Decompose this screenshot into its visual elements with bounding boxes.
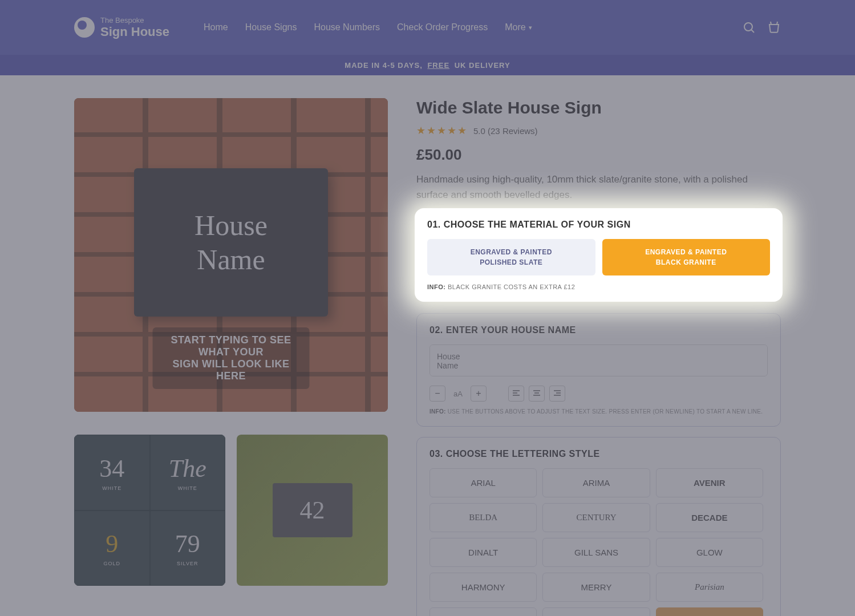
banner-post: UK DELIVERY xyxy=(455,61,510,70)
step-3-title: 03. CHOOSE THE LETTERING STYLE xyxy=(429,449,768,459)
nav-home[interactable]: Home xyxy=(204,22,228,33)
main-nav: Home House Signs House Numbers Check Ord… xyxy=(204,22,532,33)
text-size-increase-button[interactable]: + xyxy=(471,386,487,402)
thumbnail-engraving-samples[interactable]: 34WHITE TheWHITE 9GOLD 79SILVER xyxy=(74,435,225,586)
align-left-icon[interactable] xyxy=(508,386,524,402)
font-option-avenir[interactable]: AVENIR xyxy=(656,468,763,497)
align-center-icon[interactable] xyxy=(529,386,545,402)
logo-icon xyxy=(74,17,95,38)
material-info: INFO: BLACK GRANITE COSTS AN EXTRA £12 xyxy=(427,283,770,290)
product-title: Wide Slate House Sign xyxy=(416,98,781,117)
banner-free: FREE xyxy=(427,61,449,70)
align-right-icon[interactable] xyxy=(549,386,565,402)
step-1-title: 01. CHOOSE THE MATERIAL OF YOUR SIGN xyxy=(427,220,770,230)
product-price: £50.00 xyxy=(416,146,781,164)
sign-plate: House Name xyxy=(134,168,328,317)
step-3-section: 03. CHOOSE THE LETTERING STYLE ARIALARIM… xyxy=(416,437,781,616)
nav-house-signs[interactable]: House Signs xyxy=(245,22,297,33)
product-preview: House Name START TYPING TO SEE WHAT YOUR… xyxy=(74,98,388,412)
material-option-granite[interactable]: ENGRAVED & PAINTED BLACK GRANITE xyxy=(602,239,771,275)
font-option-gill-sans[interactable]: GILL SANS xyxy=(542,538,650,567)
text-size-indicator: aA xyxy=(453,390,463,398)
font-option-arial[interactable]: ARIAL xyxy=(429,468,537,497)
font-option-optima[interactable]: OPTIMA xyxy=(429,607,537,616)
material-option-slate[interactable]: ENGRAVED & PAINTED POLISHED SLATE xyxy=(427,239,595,275)
font-grid: ARIALARIMAAVENIRBELDACENTURYDECADEDINALT… xyxy=(429,468,768,616)
font-option-belda[interactable]: BELDA xyxy=(429,503,537,532)
nav-check-order[interactable]: Check Order Progress xyxy=(397,22,488,33)
step-1-section: 01. CHOOSE THE MATERIAL OF YOUR SIGN ENG… xyxy=(415,208,783,302)
font-option-harmony[interactable]: HARMONY xyxy=(429,573,537,602)
nav-house-numbers[interactable]: House Numbers xyxy=(314,22,380,33)
header: The Bespoke Sign House Home House Signs … xyxy=(0,0,855,55)
preview-hint: START TYPING TO SEE WHAT YOUR SIGN WILL … xyxy=(153,327,310,389)
logo-bottom-text: Sign House xyxy=(100,25,169,39)
font-option-arima[interactable]: ARIMA xyxy=(542,468,650,497)
cart-icon[interactable] xyxy=(767,21,781,34)
svg-point-0 xyxy=(744,23,752,31)
step-2-title: 02. ENTER YOUR HOUSE NAME xyxy=(429,325,768,335)
rating-row[interactable]: ★★★★★ 5.0 (23 Reviews) xyxy=(416,124,781,137)
font-option-dinalt[interactable]: DINALT xyxy=(429,538,537,567)
stars-icon: ★★★★★ xyxy=(416,124,468,137)
font-option-glow[interactable]: GLOW xyxy=(656,538,763,567)
product-description: Handmade using high-quality, 10mm thick … xyxy=(416,172,759,202)
logo[interactable]: The Bespoke Sign House xyxy=(74,16,169,39)
house-name-input[interactable] xyxy=(429,345,768,376)
font-option-times[interactable]: TIMES xyxy=(656,607,763,616)
search-icon[interactable] xyxy=(742,21,756,34)
font-option-decade[interactable]: DECADE xyxy=(656,503,763,532)
sign-preview-text: House Name xyxy=(194,208,268,277)
nav-more[interactable]: More ▾ xyxy=(505,22,532,33)
font-option-parisian[interactable]: Parisian xyxy=(656,573,763,602)
banner-pre: MADE IN 4-5 DAYS, xyxy=(345,61,422,70)
font-option-century[interactable]: CENTURY xyxy=(542,503,650,532)
chevron-down-icon: ▾ xyxy=(529,24,532,31)
font-option-merry[interactable]: MERRY xyxy=(542,573,650,602)
svg-line-1 xyxy=(752,30,755,33)
promo-banner: MADE IN 4-5 DAYS, FREE UK DELIVERY xyxy=(0,55,855,75)
step-2-section: 02. ENTER YOUR HOUSE NAME − aA + INFO: U… xyxy=(416,313,781,427)
thumbnail-garden-example[interactable]: 42 xyxy=(237,435,388,586)
text-size-decrease-button[interactable]: − xyxy=(429,386,445,402)
nav-more-label: More xyxy=(505,22,525,33)
logo-top-text: The Bespoke xyxy=(100,16,169,25)
font-option-ovo[interactable]: OVO xyxy=(542,607,650,616)
